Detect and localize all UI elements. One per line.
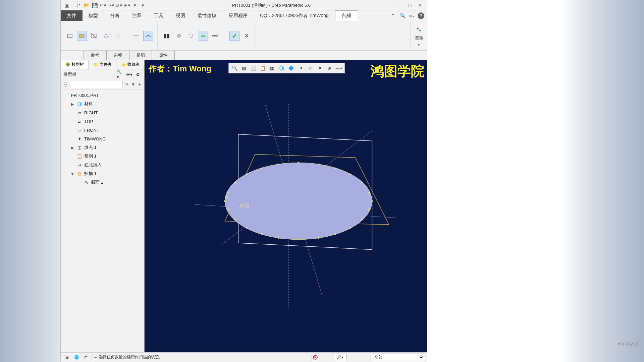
subtab-reference[interactable]: 参考 (84, 51, 106, 60)
new-icon[interactable]: 🗋 (75, 2, 82, 9)
section-icon: ✎ (84, 180, 89, 185)
tree-node-top[interactable]: ▱TOP (61, 117, 144, 126)
filter-icon[interactable]: ▽ (63, 81, 68, 88)
tree-node-root[interactable]: 📄PRT0001.PRT (61, 91, 144, 100)
status-box-icon[interactable]: ◻ (82, 354, 90, 361)
constant-section-icon[interactable] (131, 31, 141, 41)
sketch-icon[interactable] (89, 31, 99, 41)
verify-icon[interactable]: 👓 (210, 31, 220, 41)
menu-annotate[interactable]: 注释 (126, 10, 148, 21)
tree-show-icon[interactable]: ☰▾ (125, 71, 133, 78)
tree-tab-fav[interactable]: ⭐收藏夹 (116, 60, 144, 69)
help-icon[interactable]: ? (418, 12, 424, 19)
clear-search-icon[interactable]: × (124, 81, 129, 88)
arrow-right-icon: ➜ (94, 355, 97, 360)
material-icon: 🧊 (77, 102, 82, 107)
viewport[interactable]: 作者：Tim Wong 鸿图学院 🔍 ▨ ⬜ 📋 ▦ 🧊 🔷 ✦ ▱ ✕ ⊕ ⟿ (145, 60, 427, 352)
menu-model[interactable]: 模型 (83, 10, 104, 21)
svg-point-37 (246, 174, 248, 175)
datum-label: 基准 (415, 35, 423, 41)
svg-point-28 (298, 239, 299, 240)
variable-section-icon[interactable] (143, 31, 153, 41)
tree-node-section[interactable]: ✎截面 1 (61, 178, 144, 187)
tree-node-right[interactable]: ▱RIGHT (61, 108, 144, 117)
tree-search-input[interactable] (69, 81, 123, 88)
tree-node-label: 扫描 1 (84, 171, 97, 177)
status-text: 选择任何数量的链用作扫描的轨迹。 (99, 354, 163, 360)
tree-node-copy[interactable]: 📋复制 1 (61, 152, 144, 161)
menu-qq[interactable]: QQ：2286170906作者 TimWong (254, 10, 335, 21)
subtabs: 参考 选项 相切 属性 (84, 51, 427, 60)
maximize-button[interactable]: □ (406, 2, 414, 9)
csys-icon: ✦ (77, 136, 82, 141)
tree-node-label: RIGHT (84, 110, 98, 115)
tree-node-label: PRT0001.PRT (71, 93, 99, 98)
menu-sweep[interactable]: 扫描 (335, 10, 357, 21)
tree-node-insert[interactable]: ➜在此插入 (61, 161, 144, 169)
menu-file[interactable]: 文件 (61, 10, 83, 21)
menu-analysis[interactable]: 分析 (104, 10, 126, 21)
search-dropdown-icon[interactable]: ▾ (131, 81, 136, 88)
close-button[interactable]: ✕ (416, 2, 424, 9)
collapse-ribbon-icon[interactable]: ⌃ (389, 12, 397, 19)
learn-icon[interactable]: ⍟▾ (408, 12, 416, 19)
stop-icon[interactable]: ✖ (312, 354, 319, 361)
status-selection-icon[interactable]: ⊞ (63, 354, 71, 361)
search-icon[interactable]: 🔍 (399, 12, 406, 19)
find-icon[interactable]: 🔎▾ (333, 354, 346, 361)
add-icon[interactable]: + (137, 81, 142, 88)
save-icon[interactable]: 💾 (91, 2, 98, 9)
customize-icon[interactable]: ▾ (139, 2, 147, 9)
thin-icon[interactable] (113, 31, 123, 41)
subtab-options[interactable]: 选项 (106, 51, 129, 60)
menu-flex[interactable]: 柔性建模 (192, 10, 223, 21)
redo-icon[interactable]: ↷▾ (107, 2, 114, 9)
menu-view[interactable]: 视图 (170, 10, 192, 21)
menu-tools[interactable]: 工具 (148, 10, 170, 21)
svg-point-38 (261, 168, 263, 169)
attached-preview-icon[interactable]: ⬡ (186, 31, 196, 41)
3d-scene: 截面 1 (145, 60, 427, 352)
tree-node-csys[interactable]: ✦TIMWONG (61, 134, 144, 143)
regenerate-icon[interactable]: ⟳▾ (115, 2, 122, 9)
expander-icon[interactable]: ▶ (70, 102, 75, 107)
expander-icon[interactable]: ▼ (70, 171, 75, 176)
expander-icon[interactable]: ▶ (70, 145, 75, 150)
tree-tab-model[interactable]: 🌳模型树 (61, 60, 89, 69)
solid-icon[interactable] (65, 31, 75, 41)
open-icon[interactable]: 📂 (83, 2, 90, 9)
ok-button[interactable]: ✓ (229, 31, 239, 41)
unattached-preview-icon[interactable] (198, 31, 208, 41)
ribbon-datum-group[interactable]: ∿ 基准 ▼ (410, 21, 427, 50)
remove-material-icon[interactable] (101, 31, 111, 41)
cancel-button[interactable]: ✕ (241, 31, 252, 41)
titlebar: ▣ 🗋 📂 💾 ↶▾ ↷▾ ⟳▾ ⊞▾ ✕ ▾ PRT0001 (活动的) - … (61, 0, 427, 10)
surface-icon[interactable] (77, 31, 87, 41)
svg-point-20 (361, 182, 363, 184)
svg-point-31 (246, 227, 248, 229)
tree-tabs: 🌳模型树 📁文件夹 ⭐收藏夹 (61, 60, 144, 69)
no-preview-icon[interactable]: ⊘ (174, 31, 184, 41)
subtab-properties[interactable]: 属性 (152, 51, 175, 60)
tree-tab-folder[interactable]: 📁文件夹 (89, 60, 116, 69)
tree-node-fill[interactable]: ▶◫填充 1 (61, 143, 144, 152)
subtab-tangent[interactable]: 相切 (129, 51, 152, 60)
tree-node-sweep[interactable]: ▼🔆扫描 1 (61, 169, 144, 178)
tree-node-material[interactable]: ▶🧊材料 (61, 100, 144, 108)
tree-settings-icon[interactable]: 🔧▾ (117, 71, 124, 78)
tree-filter-icon[interactable]: ⚙ (134, 71, 142, 78)
windows-icon[interactable]: ⊞▾ (123, 2, 130, 9)
datum-icon: ∿ (416, 25, 422, 34)
svg-point-24 (361, 219, 363, 220)
status-web-icon[interactable]: 🌐 (73, 354, 80, 361)
undo-icon[interactable]: ↶▾ (99, 2, 106, 9)
pause-icon[interactable]: ▮▮ (162, 31, 172, 41)
menu-app[interactable]: 应用程序 (223, 10, 254, 21)
plane-icon: ▱ (77, 110, 82, 115)
tree-node-front[interactable]: ▱FRONT (61, 126, 144, 134)
minimize-button[interactable]: — (396, 2, 404, 9)
close-window-icon[interactable]: ✕ (131, 2, 139, 9)
statusbar-right: ✖ 🔎▾ 全部 (312, 354, 424, 361)
filter-combo[interactable]: 全部 (371, 354, 424, 361)
main-area: 🌳模型树 📁文件夹 ⭐收藏夹 模型树 🔧▾ ☰▾ ⚙ ▽ × ▾ + (61, 60, 427, 352)
